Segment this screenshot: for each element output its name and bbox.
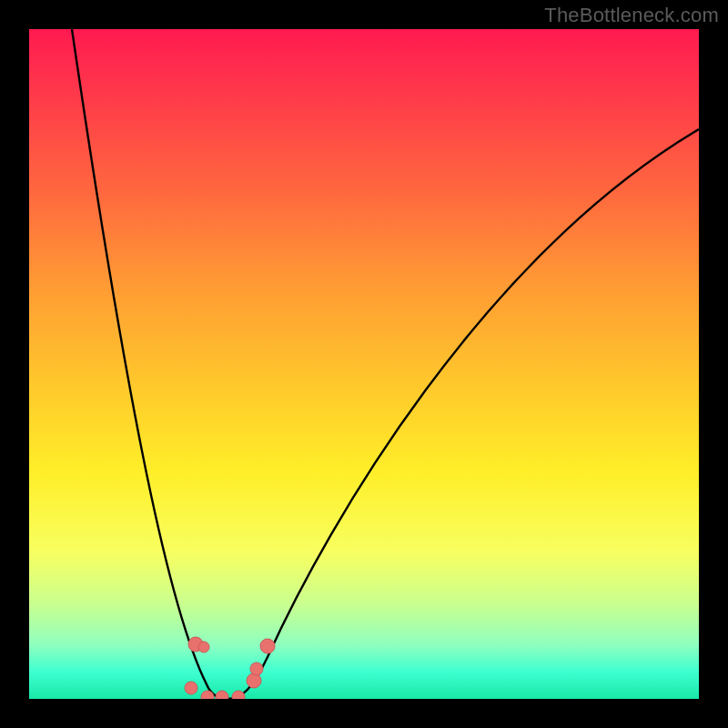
- point: [232, 691, 245, 699]
- curve-right: [228, 129, 699, 699]
- point: [198, 642, 209, 652]
- point: [201, 691, 214, 699]
- plot-area: [29, 29, 699, 699]
- point: [260, 639, 275, 653]
- chart-frame: TheBottleneck.com: [0, 0, 728, 728]
- bottleneck-curves: [72, 29, 699, 699]
- watermark-text: TheBottleneck.com: [544, 4, 719, 27]
- point: [185, 682, 197, 694]
- point: [216, 691, 228, 699]
- point: [250, 662, 263, 675]
- curve-overlay: [29, 29, 699, 699]
- curve-left: [72, 29, 228, 699]
- point: [247, 673, 261, 688]
